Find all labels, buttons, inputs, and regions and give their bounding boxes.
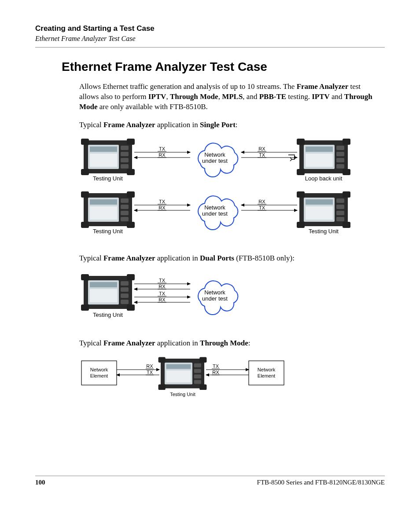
network-element-label-1: Network	[90, 367, 108, 372]
testing-unit-label: Testing Unit	[93, 228, 123, 235]
figure-single-port: Testing Unit Network under test Loop bac…	[79, 138, 380, 245]
testing-unit-icon	[297, 191, 350, 228]
tx-label: TX	[259, 152, 265, 158]
testing-unit-label: Testing Unit	[309, 228, 339, 235]
rx-label: RX	[258, 199, 265, 204]
tx-label: TX	[159, 199, 166, 204]
rx-label: RX	[212, 370, 219, 375]
page-title: Ethernet Frame Analyzer Test Case	[62, 60, 385, 74]
nut-label-2: under test	[202, 295, 228, 302]
network-element-label-2: Element	[90, 373, 108, 378]
testing-unit-label: Testing Unit	[93, 312, 123, 318]
running-header-subtitle: Ethernet Frame Analyzer Test Case	[35, 35, 385, 43]
nut-label-1: Network	[204, 289, 225, 296]
testing-unit-icon	[81, 274, 135, 311]
testing-unit-label: Testing Unit	[170, 392, 195, 397]
loopback-icon	[288, 155, 295, 161]
footer-doc-title: FTB-8500 Series and FTB-8120NGE/8130NGE	[257, 479, 385, 486]
rx-label: RX	[258, 146, 265, 151]
tx-label: TX	[159, 278, 166, 283]
tx-label: TX	[147, 370, 153, 375]
loopback-label: Loop back unit	[305, 175, 343, 182]
caption-single-port: Typical Frame Analyzer application in Si…	[79, 120, 380, 130]
caption-dual-ports: Typical Frame Analyzer application in Du…	[79, 253, 380, 264]
rx-label: RX	[146, 363, 153, 369]
rx-label: RX	[158, 284, 166, 289]
nut-label-2: under test	[202, 210, 228, 217]
intro-paragraph: Allows Ethernet traffic generation and a…	[79, 82, 380, 112]
header-rule	[35, 47, 385, 48]
nut-label-1: Network	[204, 204, 225, 211]
testing-unit-label: Testing Unit	[93, 175, 123, 182]
nut-label-1: Network	[204, 151, 225, 158]
network-element-label-2: Element	[258, 373, 275, 378]
tx-label: TX	[159, 291, 166, 296]
network-element-label-1: Network	[258, 367, 276, 372]
figure-dual-ports: Testing Unit Network under test TX RX TX…	[79, 272, 380, 330]
page-number: 100	[35, 479, 45, 486]
loopback-unit-icon	[297, 139, 350, 175]
tx-label: TX	[159, 146, 166, 151]
rx-label: RX	[158, 297, 166, 302]
testing-unit-icon	[81, 139, 135, 175]
figure-through-mode: Network Element Testing Unit Network Ele…	[79, 356, 380, 406]
testing-unit-icon	[81, 191, 135, 228]
page-footer: 100 FTB-8500 Series and FTB-8120NGE/8130…	[35, 476, 385, 486]
tx-label: TX	[213, 363, 219, 369]
rx-label: RX	[158, 205, 166, 210]
running-header-title: Creating and Starting a Test Case	[35, 24, 385, 33]
nut-label-2: under test	[202, 158, 228, 164]
testing-unit-icon	[158, 357, 207, 390]
tx-label: TX	[259, 205, 265, 210]
rx-label: RX	[158, 152, 166, 158]
caption-through-mode: Typical Frame Analyzer application in Th…	[79, 338, 380, 349]
